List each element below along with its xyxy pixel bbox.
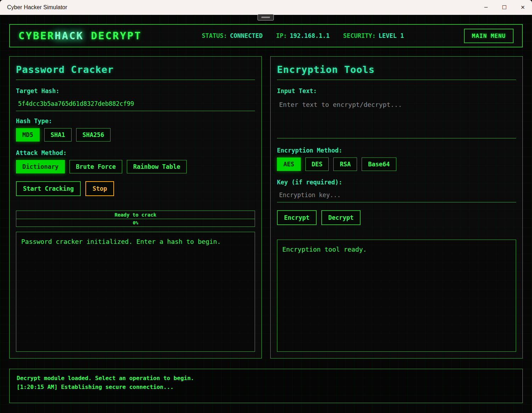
status-security: SECURITY:LEVEL 1: [343, 32, 404, 39]
security-value: LEVEL 1: [379, 32, 404, 39]
target-hash-label: Target Hash:: [16, 87, 255, 94]
window-drag-handle[interactable]: [257, 14, 274, 21]
logo-prefix: CYBER: [18, 30, 55, 42]
encrypt-button[interactable]: Encrypt: [277, 210, 317, 225]
encryption-method-group: AES DES RSA Base64: [277, 157, 516, 171]
window-title: Cyber Hacker Simulator: [0, 4, 477, 11]
password-cracker-panel: Password Cracker Target Hash: Hash Type:…: [9, 56, 262, 358]
method-des[interactable]: DES: [305, 157, 329, 171]
attack-method-brute-force[interactable]: Brute Force: [69, 160, 122, 173]
password-cracker-title: Password Cracker: [16, 64, 255, 80]
method-aes[interactable]: AES: [277, 157, 301, 171]
encryption-method-label: Encryption Method:: [277, 147, 516, 154]
input-text-label: Input Text:: [277, 87, 516, 94]
hash-type-sha256[interactable]: SHA256: [76, 128, 111, 142]
window-controls: ─ ☐ ✕: [477, 0, 532, 15]
ip-value: 192.168.1.1: [290, 32, 330, 39]
cracker-actions: Start Cracking Stop: [16, 181, 255, 196]
drag-handle-icon: [261, 17, 270, 18]
minimize-button[interactable]: ─: [477, 0, 495, 15]
app-logo: CYBERHACK DECRYPT: [18, 30, 142, 42]
crack-progress-percent: 0%: [16, 219, 255, 226]
status-connection: STATUS:CONNECTED: [202, 32, 263, 39]
logo-suffix: DECRYPT: [91, 30, 142, 42]
attack-method-rainbow-table[interactable]: Rainbow Table: [127, 160, 187, 173]
hash-type-md5[interactable]: MD5: [16, 128, 40, 142]
status-label: STATUS:: [202, 32, 227, 39]
method-rsa[interactable]: RSA: [333, 157, 357, 171]
titlebar: Cyber Hacker Simulator ─ ☐ ✕: [0, 0, 532, 15]
encryption-key-input[interactable]: [277, 190, 516, 202]
close-icon: ✕: [521, 4, 525, 11]
encryption-key-label: Key (if required):: [277, 179, 516, 186]
hash-type-label: Hash Type:: [16, 117, 255, 125]
crack-status-text: Ready to crack: [16, 211, 255, 219]
main-menu-button[interactable]: MAIN MENU: [464, 29, 514, 43]
target-hash-input[interactable]: [16, 99, 255, 111]
hash-type-sha1[interactable]: SHA1: [44, 128, 72, 142]
cracker-log: Password cracker initialized. Enter a ha…: [16, 232, 255, 352]
decrypt-button[interactable]: Decrypt: [321, 210, 361, 225]
method-base64[interactable]: Base64: [362, 157, 396, 171]
security-label: SECURITY:: [343, 32, 376, 39]
start-cracking-button[interactable]: Start Cracking: [16, 181, 81, 196]
hash-type-group: MD5 SHA1 SHA256: [16, 128, 255, 142]
maximize-button[interactable]: ☐: [495, 0, 514, 15]
status-value: CONNECTED: [230, 32, 262, 39]
console-line: [1:20:15 AM] Establishing secure connect…: [17, 383, 515, 391]
console-line: Decrypt module loaded. Select an operati…: [17, 374, 515, 383]
encryption-tools-title: Encryption Tools: [277, 64, 516, 80]
encryption-tools-panel: Encryption Tools Input Text: Encryption …: [270, 56, 523, 358]
attack-method-group: Dictionary Brute Force Rainbow Table: [16, 160, 255, 173]
encryption-input-textarea[interactable]: [277, 99, 516, 138]
attack-method-label: Attack Method:: [16, 149, 255, 156]
app-background: CYBERHACK DECRYPT STATUS:CONNECTED IP:19…: [0, 15, 532, 413]
maximize-icon: ☐: [502, 4, 506, 11]
stop-button[interactable]: Stop: [85, 181, 114, 196]
encryption-log: Encryption tool ready.: [277, 240, 516, 352]
close-button[interactable]: ✕: [514, 0, 532, 15]
encryption-actions: Encrypt Decrypt: [277, 210, 516, 225]
logo-glow: HACK: [55, 30, 84, 42]
attack-method-dictionary[interactable]: Dictionary: [16, 160, 65, 173]
crack-progress-bar: 0%: [16, 219, 255, 227]
app-header: CYBERHACK DECRYPT STATUS:CONNECTED IP:19…: [9, 24, 523, 47]
minimize-icon: ─: [484, 4, 487, 11]
main-area: Password Cracker Target Hash: Hash Type:…: [9, 56, 523, 358]
status-bar: STATUS:CONNECTED IP:192.168.1.1 SECURITY…: [202, 32, 404, 39]
app-window: Cyber Hacker Simulator ─ ☐ ✕ CYBERHACK D…: [0, 0, 532, 413]
system-console: Decrypt module loaded. Select an operati…: [9, 369, 523, 403]
status-ip: IP:192.168.1.1: [276, 32, 329, 39]
ip-label: IP:: [276, 32, 287, 39]
